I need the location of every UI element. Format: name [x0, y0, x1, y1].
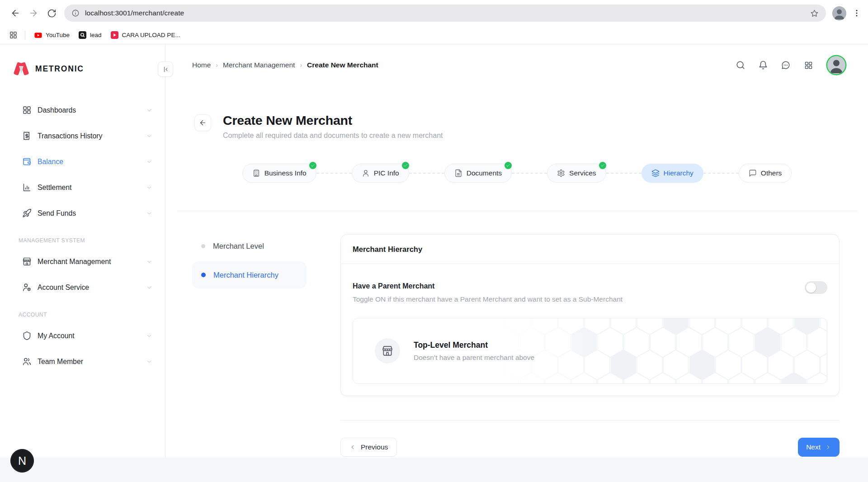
arrow-left-icon: [199, 119, 207, 127]
step-connector: [606, 173, 642, 174]
browser-profile-avatar[interactable]: [832, 6, 846, 20]
header-actions: [735, 56, 845, 74]
user-avatar[interactable]: [827, 56, 845, 74]
step-business-info[interactable]: Business Info: [242, 164, 316, 183]
sidebar-item-merchant-management[interactable]: Merchant Management: [0, 249, 165, 274]
step-complete-badge: [598, 161, 607, 170]
arrow-left-icon: [10, 8, 20, 18]
notifications-bell-icon[interactable]: [758, 60, 769, 71]
page-header: Home › Merchant Management › Create New …: [166, 44, 868, 86]
sidebar-item-dashboards[interactable]: Dashboards: [0, 97, 165, 123]
step-others[interactable]: Others: [739, 164, 792, 183]
subnav-label: Merchant Hierarchy: [213, 271, 278, 279]
store-icon: [382, 345, 393, 357]
previous-button-label: Previous: [361, 443, 388, 451]
browser-menu-button[interactable]: [851, 4, 863, 22]
subnav-merchant-hierarchy[interactable]: Merchant Hierarchy: [192, 261, 307, 288]
section-divider: [177, 211, 858, 211]
step-label: Others: [761, 169, 782, 177]
step-hierarchy[interactable]: Hierarchy: [642, 164, 703, 183]
parent-merchant-toggle[interactable]: [805, 281, 827, 294]
kebab-menu-icon: [852, 9, 861, 18]
bookmark-star-icon[interactable]: [810, 9, 819, 18]
bookmark-label: lead: [90, 32, 102, 38]
next-button[interactable]: Next: [798, 438, 840, 457]
url-text[interactable]: localhost:3001/merchant/create: [85, 9, 805, 17]
chevron-down-icon: [146, 359, 152, 365]
breadcrumb-home[interactable]: Home: [192, 61, 211, 69]
bullet-dot-icon: [201, 273, 206, 277]
breadcrumb: Home › Merchant Management › Create New …: [192, 61, 378, 69]
chevron-down-icon: [146, 210, 152, 217]
main-content: Home › Merchant Management › Create New …: [166, 44, 868, 482]
step-connector: [409, 173, 444, 174]
store-avatar: [375, 338, 400, 364]
step-label: Business Info: [264, 169, 307, 177]
browser-back-button[interactable]: [6, 4, 24, 22]
browser-forward-button[interactable]: [24, 4, 42, 22]
apps-launcher-icon[interactable]: [803, 60, 814, 71]
user-gear-icon: [22, 283, 32, 292]
chevron-down-icon: [146, 284, 152, 291]
step-label: Hierarchy: [664, 169, 693, 177]
step-documents[interactable]: Documents: [444, 164, 512, 183]
search-icon[interactable]: [735, 60, 746, 71]
rocket-icon: [22, 208, 32, 218]
breadcrumb-current: Create New Merchant: [307, 61, 378, 69]
layers-icon: [651, 169, 660, 177]
sidebar-item-label: Balance: [38, 158, 63, 166]
wizard-stepper: Business Info PIC Info Documents Service…: [166, 164, 868, 183]
subnav-label: Merchant Level: [213, 242, 264, 250]
parent-merchant-toggle-description: Toggle ON if this merchant have a Parent…: [353, 295, 827, 303]
chevron-right-icon: [825, 444, 831, 450]
bookmark-lead[interactable]: lead: [74, 29, 106, 41]
apps-grid-icon[interactable]: [9, 31, 18, 39]
breadcrumb-merchant-management[interactable]: Merchant Management: [223, 61, 295, 69]
address-bar[interactable]: localhost:3001/merchant/create: [64, 5, 826, 22]
toggle-knob: [806, 283, 816, 293]
users-icon: [22, 357, 32, 366]
sidebar-item-label: My Account: [38, 332, 75, 340]
chevron-down-icon: [146, 184, 152, 191]
sidebar-item-balance[interactable]: Balance: [0, 149, 165, 175]
storefront-icon: [22, 257, 32, 266]
browser-toolbar: localhost:3001/merchant/create: [0, 0, 868, 26]
bookmark-youtube[interactable]: YouTube: [30, 29, 74, 41]
nextjs-dev-badge[interactable]: N: [10, 449, 34, 473]
browser-reload-button[interactable]: [42, 4, 61, 22]
arrow-right-icon: [28, 8, 38, 18]
step-connector: [703, 173, 739, 174]
sidebar-item-account-service[interactable]: Account Service: [0, 274, 165, 300]
hierarchy-subnav: Merchant Level Merchant Hierarchy: [192, 234, 307, 457]
document-icon: [454, 169, 462, 177]
sidebar-item-label: Merchant Management: [38, 258, 111, 266]
step-pic-info[interactable]: PIC Info: [352, 164, 409, 183]
page-subtitle: Complete all required data and documents…: [223, 132, 443, 140]
receipt-icon: [22, 131, 32, 141]
top-level-merchant-option[interactable]: Top-Level Merchant Doesn’t have a parent…: [353, 318, 827, 384]
message-icon: [749, 169, 757, 177]
page-title: Create New Merchant: [223, 113, 443, 128]
previous-button[interactable]: Previous: [340, 438, 397, 457]
sidebar-item-label: Transactions History: [38, 132, 102, 140]
back-button[interactable]: [194, 114, 211, 131]
sidebar-section-account: ACCOUNT: [0, 307, 165, 323]
page-bottom-strip: [0, 458, 868, 482]
bullet-dot-icon: [201, 244, 205, 248]
subnav-merchant-level[interactable]: Merchant Level: [192, 234, 307, 258]
breadcrumb-separator: ›: [216, 61, 218, 69]
top-level-merchant-description: Doesn’t have a parent merchant above: [414, 354, 534, 362]
site-info-icon[interactable]: [71, 9, 80, 17]
sidebar-item-send-funds[interactable]: Send Funds: [0, 200, 165, 226]
sidebar-collapse-button[interactable]: [158, 61, 173, 77]
sidebar-item-transactions-history[interactable]: Transactions History: [0, 123, 165, 149]
step-services[interactable]: Services: [547, 164, 606, 183]
sidebar-item-settlement[interactable]: Settlement: [0, 175, 165, 200]
sidebar-item-team-member[interactable]: Team Member: [0, 349, 165, 374]
sidebar-item-my-account[interactable]: My Account: [0, 323, 165, 349]
gear-icon: [557, 169, 565, 177]
logo[interactable]: METRONIC: [13, 61, 165, 76]
bookmark-cara-upload[interactable]: CARA UPLOAD PE...: [106, 29, 185, 41]
chat-icon[interactable]: [780, 60, 791, 71]
bookmarks-bar: YouTube lead CARA UPLOAD PE...: [0, 26, 868, 44]
